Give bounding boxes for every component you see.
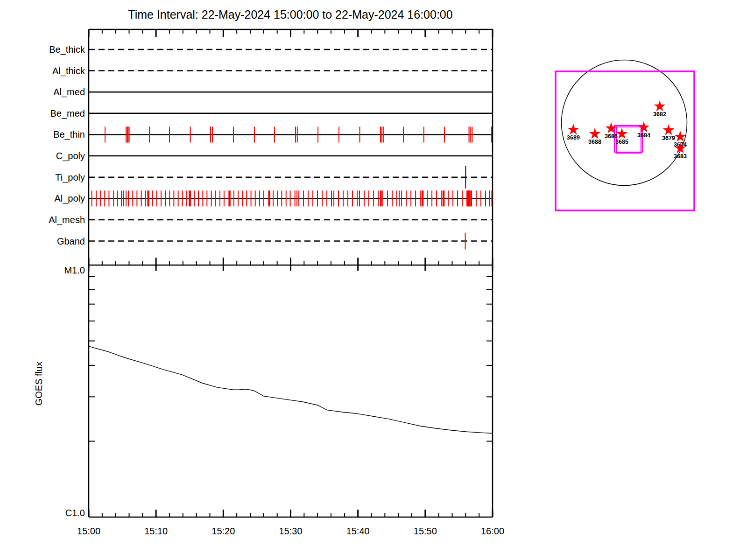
channel-row-be_thick: Be_thick (49, 44, 493, 55)
goes-y-bottom-label: C1.0 (65, 508, 85, 518)
active-region-3682: 3682 (653, 100, 666, 118)
channel-row-al_poly: Al_poly (54, 190, 493, 206)
channel-label-be_thick: Be_thick (49, 44, 85, 55)
goes-x-tick-label: 15:00 (77, 526, 100, 536)
solar-limb-circle (562, 60, 687, 186)
active-region-label: 3684 (637, 132, 650, 139)
active-region-star-icon (568, 124, 579, 135)
active-region-star-icon (589, 128, 601, 139)
active-region-3686: 3686 (605, 122, 618, 140)
goes-x-tick-label: 15:50 (414, 526, 437, 536)
channel-label-al_thick: Al_thick (52, 66, 85, 77)
active-region-label: 3688 (588, 139, 601, 145)
active-region-label: 3685 (615, 139, 628, 145)
goes-x-tick-label: 15:40 (346, 526, 370, 536)
active-region-label: 3689 (567, 134, 580, 141)
goes-y-axis-title: GOES flux (34, 362, 44, 406)
channel-label-c_poly: C_poly (56, 151, 85, 161)
goes-x-tick-label: 16:00 (481, 526, 504, 536)
channel-label-gband: Gband (57, 236, 85, 246)
channel-label-al_mesh: Al_mesh (49, 215, 85, 225)
channel-row-be_thin: Be_thin (53, 126, 493, 142)
active-region-star-icon (663, 124, 675, 135)
goes-x-tick-label: 15:20 (211, 526, 235, 536)
channel-label-ti_poly: Ti_poly (55, 172, 85, 183)
active-region-star-icon (606, 122, 617, 133)
channel-row-gband: Gband (57, 233, 493, 250)
channel-row-ti_poly: Ti_poly (55, 166, 493, 189)
channel-row-be_med: Be_med (50, 108, 493, 119)
active-region-3684: 3684 (637, 121, 650, 139)
goes-flux-panel: M1.0 C1.0 GOES flux 15:0015:1015:2015:30… (34, 265, 504, 536)
timeline-goes-chart: Time Interval: 22-May-2024 15:00:00 to 2… (0, 0, 747, 560)
plot-canvas: Time Interval: 22-May-2024 15:00:00 to 2… (0, 0, 747, 560)
active-region-star-icon (654, 100, 666, 112)
goes-flux-curve (89, 346, 493, 433)
channel-label-be_thin: Be_thin (53, 129, 85, 140)
solar-disk-map: 368936883686368536843682367936743683 (556, 60, 694, 211)
active-region-3688: 3688 (588, 128, 601, 145)
channel-row-al_mesh: Al_mesh (49, 215, 493, 225)
active-region-3679: 3679 (662, 124, 675, 141)
channel-label-al_poly: Al_poly (54, 193, 85, 204)
filter-timeline-panel: Be_thickAl_thickAl_medBe_medBe_thinC_pol… (49, 29, 493, 271)
active-region-label: 3683 (674, 153, 687, 160)
channel-row-al_thick: Al_thick (52, 66, 493, 77)
channel-label-be_med: Be_med (50, 108, 85, 119)
chart-title: Time Interval: 22-May-2024 15:00:00 to 2… (128, 8, 452, 21)
goes-x-tick-label: 15:10 (144, 526, 168, 536)
channel-row-al_med: Al_med (53, 87, 493, 98)
active-region-label: 3682 (653, 111, 666, 118)
goes-y-top-label: M1.0 (64, 265, 85, 275)
channel-label-al_med: Al_med (53, 87, 85, 98)
channel-row-c_poly: C_poly (56, 151, 493, 161)
active-region-label: 3679 (662, 135, 675, 141)
goes-x-tick-label: 15:30 (279, 526, 302, 536)
active-region-3689: 3689 (567, 124, 580, 141)
active-region-star-icon (616, 128, 628, 139)
